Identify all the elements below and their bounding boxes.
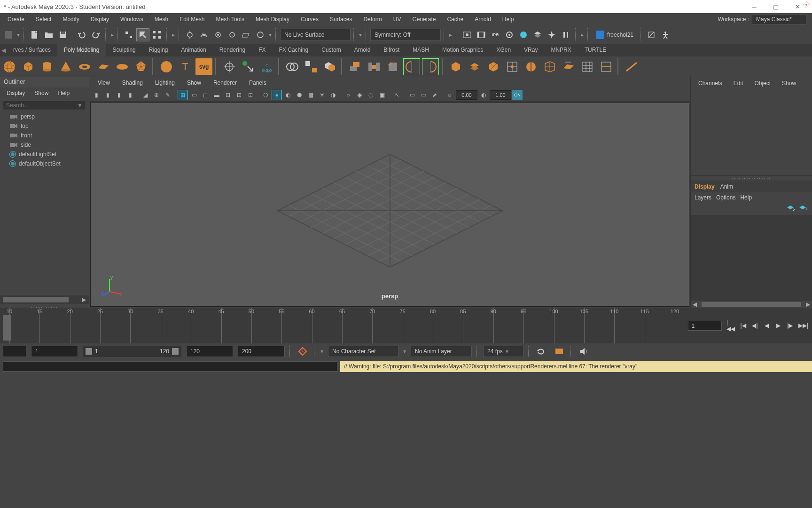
outliner-tree[interactable]: persp top front side defaultLightSet def… — [0, 112, 89, 295]
shelf-tab-turtle[interactable]: TURTLE — [578, 44, 613, 56]
poly-pivot-icon[interactable] — [221, 58, 238, 75]
wire-on-shaded-icon[interactable]: ⬢ — [294, 90, 304, 100]
menu-mesh[interactable]: Mesh — [149, 14, 174, 24]
menu-select[interactable]: Select — [30, 14, 57, 24]
audio-icon[interactable] — [577, 345, 590, 357]
viewport-menu-shading[interactable]: Shading — [117, 79, 148, 87]
human-ik-icon[interactable] — [659, 28, 672, 41]
snap-projected-icon[interactable] — [226, 28, 239, 41]
save-scene-icon[interactable] — [56, 28, 70, 41]
poly-torus-icon[interactable] — [76, 58, 93, 75]
minimize-button[interactable]: ─ — [743, 0, 765, 13]
range-handle-end[interactable] — [172, 348, 179, 355]
time-slider[interactable]: 1015202530354045505560657075808590951001… — [0, 308, 812, 343]
loop-icon[interactable] — [535, 345, 548, 357]
current-time-marker[interactable] — [3, 315, 11, 341]
poly-cylinder-icon[interactable] — [39, 58, 55, 75]
hypershade-icon[interactable] — [517, 28, 530, 41]
ao-icon[interactable]: ○ — [343, 90, 353, 100]
layer-tab-display[interactable]: Display — [695, 183, 715, 190]
symmetry-dropdown[interactable]: Symmetry: Off — [370, 29, 441, 41]
use-light-icon[interactable]: ☀ — [317, 90, 327, 100]
range-handle-start[interactable] — [86, 348, 92, 355]
viewport-menu-show[interactable]: Show — [182, 79, 206, 87]
current-frame-field[interactable] — [688, 321, 722, 331]
poly-reduce-icon[interactable] — [485, 58, 502, 75]
chevron-down-icon[interactable]: ▼ — [77, 102, 83, 109]
splitter-handle[interactable]: ··········· — [0, 304, 89, 308]
gamma-icon[interactable]: ◐ — [478, 90, 489, 100]
layer-scrollbar[interactable]: ◀▶ — [691, 301, 812, 308]
play-back-icon[interactable]: ◀ — [763, 320, 770, 331]
poly-platonic-icon[interactable] — [133, 58, 149, 75]
menu-cache[interactable]: Cache — [441, 14, 469, 24]
outliner-item-lightset[interactable]: defaultLightSet — [0, 150, 89, 159]
step-back-icon[interactable]: ◀| — [751, 320, 758, 331]
viewport-menu-panels[interactable]: Panels — [244, 79, 271, 87]
menu-deform[interactable]: Deform — [358, 14, 387, 24]
range-start-field[interactable]: 1 — [31, 346, 78, 357]
menu-arnold[interactable]: Arnold — [469, 14, 497, 24]
poly-type-icon[interactable]: T — [177, 58, 194, 75]
modeling-toolkit-icon[interactable] — [645, 28, 658, 41]
poly-superellipse-icon[interactable] — [158, 58, 175, 75]
shelf-tab-vray[interactable]: VRay — [517, 44, 544, 56]
shelf-tab-motion-graphics[interactable]: Motion Graphics — [436, 44, 490, 56]
menu-mesh-display[interactable]: Mesh Display — [250, 14, 295, 24]
motion-blur-icon[interactable]: ◉ — [354, 90, 365, 100]
go-to-start-icon[interactable]: |◀◀ — [726, 320, 735, 331]
time-ruler[interactable]: 1015202530354045505560657075808590951001… — [0, 308, 684, 343]
layer-tab-anim[interactable]: Anim — [720, 183, 733, 190]
render-layer-icon[interactable] — [531, 28, 544, 41]
resolution-gate-icon[interactable]: ◻ — [200, 90, 211, 100]
exposure-value[interactable]: 0.00 — [456, 90, 477, 100]
redo-icon[interactable] — [89, 28, 102, 41]
object-menu[interactable]: Object — [750, 79, 774, 88]
camera-attrs-icon[interactable]: ▮ — [102, 90, 113, 100]
xray-active-icon[interactable]: ⬈ — [429, 90, 440, 100]
outliner-scrollbar[interactable]: ▶ — [0, 295, 89, 304]
menu-surfaces[interactable]: Surfaces — [324, 14, 358, 24]
poly-bridge-icon[interactable] — [366, 58, 383, 75]
viewport-3d[interactable]: y x z persp — [90, 103, 689, 307]
help-menu[interactable]: Help — [740, 194, 752, 201]
render-frame-icon[interactable] — [461, 28, 474, 41]
outliner-menu-display[interactable]: Display — [4, 89, 28, 97]
image-plane-icon[interactable]: ◢ — [140, 90, 150, 100]
color-management-toggle[interactable]: ON — [512, 90, 523, 100]
range-start-visible[interactable] — [3, 346, 26, 357]
mirror-right-icon[interactable] — [422, 58, 439, 75]
channel-box-area[interactable] — [691, 89, 812, 175]
shelf-tab-mash[interactable]: MASH — [406, 44, 436, 56]
new-scene-icon[interactable] — [28, 28, 41, 41]
render-sequence-icon[interactable] — [475, 28, 488, 41]
expand-icon[interactable]: ▸ — [171, 28, 176, 41]
aa-icon[interactable]: ◌ — [366, 90, 376, 100]
preferences-icon[interactable] — [553, 345, 566, 357]
viewport-menu-view[interactable]: View — [93, 79, 115, 87]
layers-menu[interactable]: Layers — [695, 194, 711, 201]
character-set-dropdown[interactable]: No Character Set — [328, 346, 398, 357]
gate-mask-icon[interactable]: ▬ — [211, 90, 222, 100]
shelf-scroll-left[interactable]: ◀ — [0, 44, 7, 56]
shelf-tab-animation[interactable]: Animation — [174, 44, 212, 56]
menu-display[interactable]: Display — [85, 14, 115, 24]
poly-cone-icon[interactable] — [57, 58, 74, 75]
anim-layer-dropdown[interactable]: No Anim Layer — [411, 346, 472, 357]
expand-icon[interactable]: ▸ — [448, 28, 453, 41]
shelf-tab-arnold[interactable]: Arnold — [348, 44, 377, 56]
select-component-icon[interactable] — [150, 28, 164, 41]
undo-icon[interactable] — [75, 28, 88, 41]
step-back-key-icon[interactable]: |◀ — [740, 320, 747, 331]
light-editor-icon[interactable] — [545, 28, 558, 41]
xray-icon[interactable]: ▭ — [407, 90, 417, 100]
range-end-field[interactable]: 200 — [238, 346, 285, 357]
outliner-search-input[interactable] — [6, 102, 77, 109]
mirror-left-icon[interactable] — [403, 58, 420, 75]
outliner-item-side[interactable]: side — [0, 140, 89, 150]
poly-origin-icon[interactable]: ⊙0,0,0 — [258, 58, 275, 75]
collapse-icon[interactable]: ▸ — [110, 28, 115, 41]
ipr-render-icon[interactable]: IPR — [489, 28, 502, 41]
menu-create[interactable]: Create — [2, 14, 30, 24]
range-bar[interactable]: 1 120 — [83, 346, 181, 357]
